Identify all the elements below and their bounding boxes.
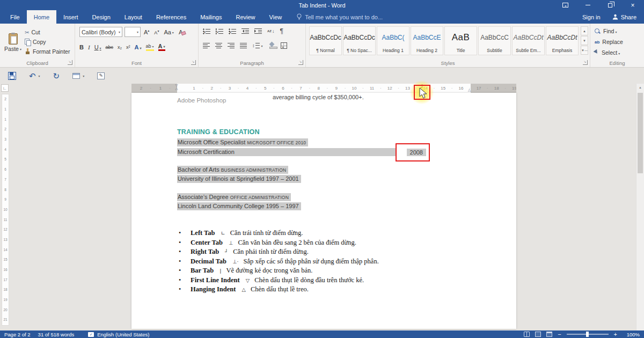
align-center-button[interactable]: [215, 43, 222, 49]
proofing-icon[interactable]: ✓: [88, 332, 94, 337]
page-indicator[interactable]: Page 2 of 2: [4, 332, 31, 337]
strikethrough-button[interactable]: abc: [106, 45, 114, 50]
paragraph-dialog-launcher[interactable]: ↘: [298, 60, 303, 65]
ribbon-tab[interactable]: Home: [27, 10, 56, 24]
text-highlight-button[interactable]: ab: [146, 43, 154, 51]
print-layout-button[interactable]: [535, 332, 541, 337]
clear-formatting-button[interactable]: A: [179, 29, 182, 35]
styles-more-button[interactable]: ▼—: [581, 46, 588, 55]
ribbon-tab[interactable]: Mailings: [193, 10, 229, 24]
style-card[interactable]: AaBbCcE Heading 2: [411, 26, 443, 55]
justify-button[interactable]: [240, 43, 247, 49]
bold-button[interactable]: B: [79, 44, 84, 50]
education-line[interactable]: Lincoln Land Community College 1995 – 19…: [177, 203, 397, 212]
zoom-slider[interactable]: [567, 334, 609, 335]
list-item[interactable]: First Line Indent ▽ Chèn dấu thụt lề dòn…: [179, 276, 379, 285]
style-card[interactable]: AaBbCcDc ¶ No Spac...: [343, 26, 376, 55]
save-button[interactable]: [8, 72, 16, 80]
scrollbar-thumb[interactable]: [638, 93, 643, 173]
style-card[interactable]: AaB Title: [444, 26, 477, 55]
style-card[interactable]: AaBbCcC Subtitle: [478, 26, 511, 55]
document-page[interactable]: Adobe Photoshop average billing cycle of…: [131, 93, 516, 329]
list-item[interactable]: Center Tab ⊥ Căn văn bản đều sang 2 bên …: [179, 238, 379, 248]
numbering-button[interactable]: [216, 28, 223, 34]
font-color-button[interactable]: A: [158, 43, 165, 51]
ribbon-tab[interactable]: Design: [85, 10, 118, 24]
italic-button[interactable]: I: [88, 44, 90, 50]
font-dialog-launcher[interactable]: ↘: [191, 60, 196, 65]
copy-button[interactable]: Copy: [25, 39, 46, 45]
list-item[interactable]: Left Tab ∟ Căn trái tính từ điểm dừng.: [179, 229, 379, 238]
font-name-select[interactable]: Calibri (Body) ▾: [79, 27, 122, 37]
education-line[interactable]: Bachelor of Arts BUSINESS ADMINISTRATION: [177, 166, 397, 175]
ribbon-tab[interactable]: References: [149, 10, 193, 24]
close-button[interactable]: ×: [621, 0, 644, 10]
qat-edit-button[interactable]: ✎: [97, 72, 105, 79]
bullets-button[interactable]: [203, 28, 210, 34]
zoom-level[interactable]: 100%: [623, 332, 640, 337]
document-left-column-text[interactable]: Adobe Photoshop: [177, 97, 226, 104]
select-button[interactable]: Select: [595, 49, 620, 56]
paste-button[interactable]: Paste: [3, 26, 23, 59]
style-card[interactable]: AaBbC( Heading 1: [377, 26, 409, 55]
list-item[interactable]: Bar Tab | Vẽ đường kẻ dọc trong văn bản.: [179, 266, 379, 276]
style-card[interactable]: AaBbCcDt Subtle Em...: [512, 26, 545, 55]
zoom-out-button[interactable]: −: [558, 331, 561, 337]
web-layout-button[interactable]: [546, 332, 552, 337]
line-spacing-button[interactable]: ↕: [252, 43, 263, 48]
list-item[interactable]: Right Tab ┘ Căn phải tính từ điểm dừng.: [179, 247, 379, 257]
right-indent-marker[interactable]: △: [468, 88, 471, 92]
hanging-indent-marker[interactable]: △: [174, 87, 179, 90]
text-effects-button[interactable]: A: [135, 44, 142, 50]
certification-year[interactable]: 2008: [407, 149, 426, 156]
list-item[interactable]: Hanging Indent △ Chèn dấu thụt lề treo.: [179, 285, 379, 295]
ribbon-tab[interactable]: Layout: [118, 10, 149, 24]
education-line[interactable]: Microsoft Office Specialist MICROSOFT OF…: [177, 139, 397, 148]
sort-button[interactable]: AZ↓: [267, 28, 275, 34]
minimize-button[interactable]: [576, 0, 599, 10]
education-line[interactable]: University of Illinois at Springfield 19…: [177, 175, 397, 185]
scroll-up-button[interactable]: ▲: [636, 84, 644, 92]
borders-button[interactable]: [281, 42, 287, 49]
multilevel-list-button[interactable]: [229, 28, 236, 34]
increase-indent-button[interactable]: [254, 28, 262, 34]
underline-button[interactable]: U: [94, 44, 101, 50]
subscript-button[interactable]: x₂: [118, 45, 122, 50]
ribbon-tab[interactable]: File: [3, 10, 27, 24]
vertical-ruler[interactable]: 21123456789101112131415161718192021: [2, 94, 9, 326]
styles-scroll-up-button[interactable]: ▲: [581, 26, 588, 35]
change-case-button[interactable]: Aa: [164, 29, 173, 35]
styles-scroll-down-button[interactable]: ▼: [581, 36, 588, 45]
align-left-button[interactable]: [203, 43, 210, 49]
tell-me-box[interactable]: Tell me what you want to do...: [296, 10, 383, 24]
show-formatting-button[interactable]: ¶: [280, 27, 283, 35]
ribbon-display-options-button[interactable]: [554, 0, 576, 10]
styles-dialog-launcher[interactable]: ↘: [583, 60, 588, 65]
read-mode-button[interactable]: [524, 332, 530, 337]
education-line[interactable]: Microsoft Certification: [177, 148, 397, 157]
word-count[interactable]: 31 of 518 words: [38, 332, 75, 337]
horizontal-ruler[interactable]: 21 12345678910111213141516171819 ▽ △ △ ┘: [131, 84, 516, 93]
left-indent-markers[interactable]: ▽ △: [174, 84, 179, 93]
shrink-font-button[interactable]: A: [154, 29, 159, 35]
redo-button[interactable]: ↻: [53, 72, 60, 80]
ribbon-tab[interactable]: Insert: [56, 10, 85, 24]
undo-button[interactable]: ↶: [29, 72, 40, 80]
language-indicator[interactable]: English (United States): [97, 332, 149, 337]
grow-font-button[interactable]: A: [144, 28, 149, 35]
section-heading[interactable]: TRAINING & EDUCATION: [177, 128, 260, 136]
list-item[interactable]: Decimal Tab ⊥· Sắp xếp các số thập phân …: [179, 257, 379, 267]
ribbon-tab[interactable]: Review: [229, 10, 262, 24]
document-right-column-text[interactable]: average billing cycle of $350,000+.: [273, 94, 364, 100]
zoom-in-button[interactable]: +: [614, 331, 617, 337]
replace-button[interactable]: ab Replace: [595, 39, 623, 45]
cut-button[interactable]: ✂ Cut: [25, 29, 40, 35]
format-painter-button[interactable]: Format Painter: [25, 48, 70, 55]
ribbon-tab[interactable]: View: [262, 10, 289, 24]
shading-button[interactable]: [268, 42, 275, 49]
find-button[interactable]: Find: [595, 28, 617, 34]
education-line[interactable]: Associate’s Degree OFFICE ADMINISTRATION: [177, 194, 397, 203]
share-button[interactable]: Share: [612, 14, 636, 20]
align-right-button[interactable]: [228, 43, 235, 49]
clipboard-dialog-launcher[interactable]: ↘: [68, 60, 72, 65]
